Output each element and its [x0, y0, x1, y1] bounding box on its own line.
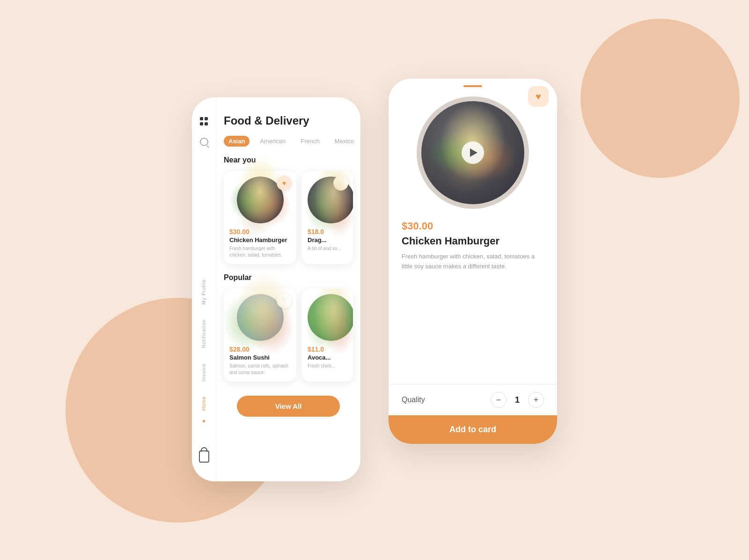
food-image-avocado	[308, 294, 353, 341]
bg-circle-right	[580, 19, 740, 178]
quality-label: Quality	[402, 396, 425, 404]
quantity-value: 1	[515, 395, 520, 405]
tab-american[interactable]: American	[255, 136, 290, 147]
phone2: ♥ $30.00 Chicken Hamburger Fresh hamburg…	[389, 79, 557, 444]
popular-cards: ♡ $28.00 Salmon Sushi Salmon, carrot rol…	[224, 288, 353, 382]
search-icon[interactable]	[199, 137, 209, 147]
tab-asian[interactable]: Asian	[224, 136, 250, 147]
grid-icon[interactable]	[199, 116, 209, 126]
food-image-dragon	[308, 177, 353, 223]
phone2-detail-content: $30.00 Chicken Hamburger Fresh hamburger…	[389, 209, 557, 384]
food-image-hamburger	[237, 177, 284, 223]
sidebar-item-invoice[interactable]: Invoice	[201, 363, 206, 382]
sidebar-item-myprofile[interactable]: My Profile	[201, 279, 206, 304]
add-to-card-button[interactable]: Add to card	[389, 415, 557, 444]
phone2-handle-bar	[463, 85, 482, 87]
food-card-avocado: $11.0 Avoca... Fresh chick...	[302, 288, 353, 382]
quality-row: Quality − 1 +	[389, 384, 557, 415]
active-indicator	[203, 420, 205, 422]
detail-heart-icon: ♥	[536, 91, 541, 102]
phone1: My Profile Notification Invoice Home Foo…	[192, 97, 360, 481]
quantity-controls: − 1 +	[491, 392, 544, 408]
food-desc-sushi: Salmon, carrot rolls, spinach and some s…	[229, 363, 291, 376]
phones-container: My Profile Notification Invoice Home Foo…	[192, 79, 557, 481]
play-button[interactable]	[462, 141, 484, 164]
sidebar-item-notification[interactable]: Notification	[201, 319, 206, 348]
app-title: Food & Delivery	[224, 114, 353, 127]
detail-food-image	[417, 96, 529, 209]
detail-description: Fresh hamburger with chicken, salad, tom…	[402, 252, 544, 272]
food-card-dragon: ♡ $18.0 Drag... A bit of and so...	[302, 171, 353, 264]
near-you-cards: ♥ $30.00 Chicken Hamburger Fresh hamburg…	[224, 171, 353, 264]
decrease-button[interactable]: −	[491, 392, 507, 408]
food-card-hamburger: ♥ $30.00 Chicken Hamburger Fresh hamburg…	[224, 171, 296, 264]
detail-like-button[interactable]: ♥	[528, 86, 549, 107]
view-all-button[interactable]: View All	[237, 396, 340, 417]
food-card-sushi: ♡ $28.00 Salmon Sushi Salmon, carrot rol…	[224, 288, 296, 382]
detail-price: $30.00	[402, 220, 544, 232]
food-desc-hamburger: Fresh hamburger with chicken, salad, tom…	[229, 245, 291, 258]
detail-name: Chicken Hamburger	[402, 235, 544, 247]
play-icon	[470, 148, 477, 157]
tab-french[interactable]: French	[296, 136, 324, 147]
category-tabs: Asian American French Mexico	[224, 136, 353, 147]
increase-button[interactable]: +	[528, 392, 544, 408]
sidebar: My Profile Notification Invoice Home	[192, 97, 216, 481]
bag-icon[interactable]	[199, 450, 209, 463]
phone1-main-content: Food & Delivery Asian American French Me…	[216, 97, 360, 481]
food-image-sushi	[237, 294, 284, 341]
tab-mexico[interactable]: Mexico	[330, 136, 359, 147]
sidebar-item-home[interactable]: Home	[201, 396, 206, 411]
